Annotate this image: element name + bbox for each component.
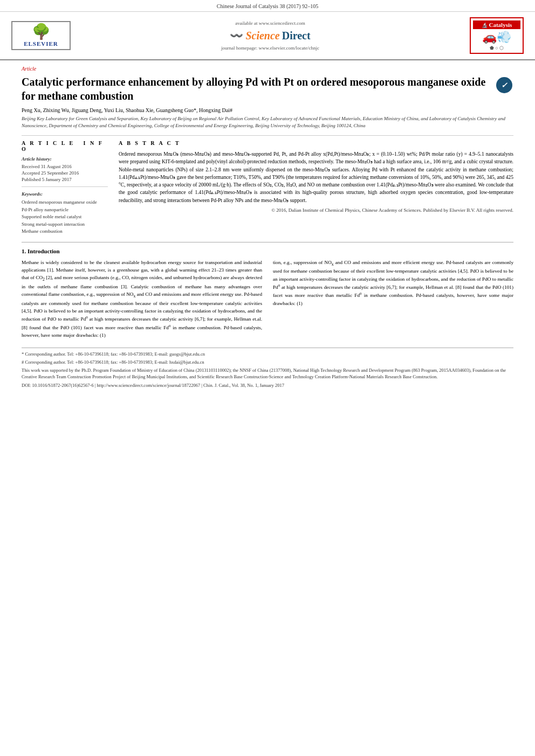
- keywords-label: Keywords:: [22, 191, 108, 197]
- article-info-heading: A R T I C L E I N F O: [22, 140, 108, 152]
- footnote-2: # Corresponding author. Tel: +86-10-6739…: [22, 359, 513, 366]
- main-divider: [22, 242, 513, 242]
- intro-text-left: Methane is widely considered to be the c…: [22, 259, 262, 339]
- article-content: Article Catalytic performance enhancemen…: [0, 60, 535, 393]
- section1-title: 1. Introduction: [22, 248, 513, 254]
- catalysis-image: 🚗💨: [473, 30, 520, 44]
- received-date: Received 31 August 2016: [22, 164, 108, 169]
- intro-two-col: Methane is widely considered to be the c…: [22, 259, 513, 339]
- abstract-col: A B S T R A C T Ordered mesoporous Mn₂O₃…: [119, 140, 513, 235]
- keyword-1: Ordered mesoporous manganese oxide: [22, 199, 108, 206]
- keyword-4: Strong metal-support interaction: [22, 221, 108, 228]
- doi-line: DOI: 10.1016/S1872-2067(16)62567-6 | htt…: [22, 383, 513, 388]
- keyword-5: Methane combustion: [22, 228, 108, 235]
- article-authors: Peng Xu, Zhixing Wu, Jiguang Deng, Yuxi …: [22, 107, 513, 113]
- page-wrapper: Chinese Journal of Catalysis 38 (2017) 9…: [0, 0, 535, 756]
- keyword-2: Pd-Pt alloy nanoparticle: [22, 206, 108, 214]
- catalysis-text: Catalysis: [489, 22, 512, 28]
- accepted-date: Accepted 25 September 2016: [22, 170, 108, 176]
- article-history-label: Article history:: [22, 156, 108, 162]
- info-abstract-cols: A R T I C L E I N F O Article history: R…: [22, 140, 513, 235]
- keywords-list: Ordered mesoporous manganese oxide Pd-Pt…: [22, 199, 108, 235]
- sd-science-text: Science: [245, 30, 279, 42]
- footnotes-section: * Corresponding author. Tel: +86-10-6739…: [22, 348, 513, 388]
- sd-direct-text: Direct: [282, 30, 311, 42]
- intro-col-right: tion, e.g., suppression of NOx and CO an…: [273, 259, 513, 339]
- intro-section: 1. Introduction Methane is widely consid…: [22, 248, 513, 339]
- footnote-1: * Corresponding author. Tel: +86-10-6739…: [22, 351, 513, 358]
- article-title-row: Catalytic performance enhancement by all…: [22, 75, 513, 103]
- header-section: 🌳 ELSEVIER available at www.sciencedirec…: [0, 12, 535, 60]
- article-label: Article: [22, 66, 513, 72]
- keyword-3: Supported noble metal catalyst: [22, 213, 108, 221]
- elsevier-label: ELSEVIER: [17, 40, 65, 47]
- header-center: available at www.sciencedirect.com 〰️ Sc…: [79, 17, 462, 54]
- divider-keywords: [22, 186, 108, 187]
- copyright-text: © 2016, Dalian Institute of Chemical Phy…: [119, 207, 513, 213]
- abstract-text: Ordered mesoporous Mn₂O₃ (meso-Mn₂O₃) an…: [119, 150, 513, 204]
- footnote-3: This work was supported by the Ph.D. Pro…: [22, 367, 513, 380]
- crossmark-icon: ✓: [496, 77, 513, 94]
- catalysis-icons: ⬟ ○ ⬡: [473, 45, 520, 51]
- article-info-col: A R T I C L E I N F O Article history: R…: [22, 140, 108, 235]
- journal-homepage-text: journal homepage: www.elsevier.com/locat…: [221, 45, 319, 51]
- article-title: Catalytic performance enhancement by all…: [22, 75, 491, 103]
- divider-1: [22, 135, 513, 136]
- catalysis-badge-label: 🔬 Catalysis: [473, 20, 520, 29]
- article-affiliation: Beijing Key Laboratory for Green Catalys…: [22, 115, 513, 129]
- abstract-heading: A B S T R A C T: [119, 140, 513, 146]
- journal-bar: Chinese Journal of Catalysis 38 (2017) 9…: [0, 0, 535, 12]
- sd-swirl-icon: 〰️: [230, 29, 243, 42]
- sciencedirect-logo: 〰️ ScienceDirect: [230, 29, 310, 42]
- journal-title: Chinese Journal of Catalysis 38 (2017) 9…: [217, 3, 318, 9]
- crossmark-circle: ✓: [496, 77, 512, 93]
- intro-col-left: Methane is widely considered to be the c…: [22, 259, 262, 339]
- elsevier-logo-box: 🌳 ELSEVIER: [11, 21, 71, 50]
- catalysis-badge: 🔬 Catalysis 🚗💨 ⬟ ○ ⬡: [470, 17, 524, 54]
- intro-text-right: tion, e.g., suppression of NOx and CO an…: [273, 259, 513, 307]
- available-at-text: available at www.sciencedirect.com: [235, 20, 305, 26]
- catalysis-badge-area: 🔬 Catalysis 🚗💨 ⬟ ○ ⬡: [467, 17, 526, 54]
- published-date: Published 5 January 2017: [22, 177, 108, 182]
- elsevier-logo-area: 🌳 ELSEVIER: [9, 17, 73, 54]
- elsevier-tree-icon: 🌳: [17, 24, 65, 39]
